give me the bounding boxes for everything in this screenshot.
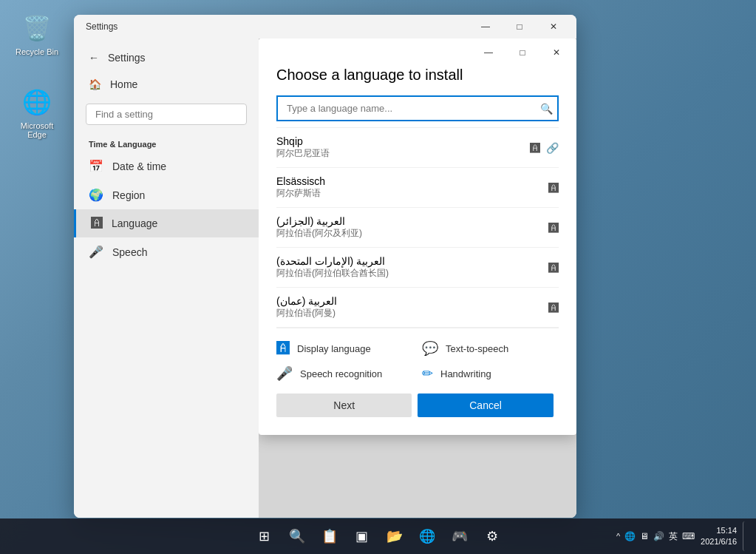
feature-display-language: 🅰 Display language	[276, 340, 413, 357]
sidebar-item-speech[interactable]: 🎤 Speech	[74, 237, 259, 266]
language-list: Shqip 阿尔巴尼亚语 🅰 🔗	[276, 127, 559, 328]
back-icon: ←	[89, 52, 99, 64]
language-install-dialog: — □ ✕ Choose a language to install 🔍	[259, 38, 576, 435]
language-native: 阿拉伯语(阿尔及利亚)	[276, 227, 362, 240]
date-time-icon: 📅	[89, 159, 103, 173]
feature-label: Handwriting	[440, 368, 491, 379]
search-button[interactable]: 🔍	[282, 521, 312, 551]
recycle-bin-icon[interactable]: 🗑️ Recycle Bin	[7, 7, 67, 59]
volume-icon[interactable]: 🔊	[653, 531, 664, 541]
list-item[interactable]: Shqip 阿尔巴尼亚语 🅰 🔗	[276, 128, 559, 168]
language-feature-icons: 🅰 🔗	[530, 142, 559, 154]
text-feature-icon: 🅰	[548, 182, 559, 194]
find-setting-input[interactable]	[86, 104, 247, 125]
maximize-button[interactable]: □	[503, 15, 537, 38]
settings-titlebar: Settings — □ ✕	[74, 15, 576, 38]
sidebar: ← Settings 🏠 Home Time & Language 📅 Date…	[74, 38, 259, 518]
feature-label: Display language	[297, 343, 371, 354]
tts-icon: 💬	[422, 340, 438, 357]
feature-label: Text-to-speech	[446, 343, 508, 354]
language-feature-icons: 🅰	[548, 182, 559, 194]
language-search-box: 🔍	[276, 95, 559, 121]
dialog-close-button[interactable]: ✕	[539, 41, 573, 64]
language-icon: 🅰	[91, 217, 103, 230]
dialog-titlebar: — □ ✕	[259, 38, 576, 67]
language-native: 阿尔萨斯语	[276, 187, 325, 200]
features-grid: 🅰 Display language 💬 Text-to-speech 🎤	[276, 340, 559, 382]
list-item[interactable]: العربية (عمان) 阿拉伯语(阿曼) 🅰	[276, 288, 559, 328]
xbox-button[interactable]: 🎮	[445, 521, 474, 551]
text-feature-icon: 🅰	[548, 302, 559, 314]
cancel-button[interactable]: Cancel	[418, 393, 553, 417]
language-name: العربية (الإمارات المتحدة)	[276, 255, 389, 267]
text-feature-icon: 🅰	[530, 142, 540, 154]
dialog-body: Choose a language to install 🔍 Shqip	[259, 67, 576, 435]
date-display: 2021/6/16	[701, 536, 737, 547]
speech-recognition-icon: 🎤	[276, 365, 293, 382]
dialog-title: Choose a language to install	[276, 67, 559, 84]
settings-body: ← Settings 🏠 Home Time & Language 📅 Date…	[74, 38, 576, 518]
desktop: 🗑️ Recycle Bin 🌐 Microsoft Edge Settings…	[0, 0, 756, 554]
ime-label[interactable]: 英	[669, 530, 678, 543]
next-button[interactable]: Next	[276, 393, 412, 417]
settings-window: Settings — □ ✕ ← Settings 🏠 Home	[74, 15, 576, 518]
sidebar-home[interactable]: 🏠 Home	[74, 71, 259, 98]
feature-handwriting: ✏ Handwriting	[422, 365, 559, 382]
sidebar-item-date-time[interactable]: 📅 Date & time	[74, 152, 259, 180]
dialog-buttons: Next Cancel	[276, 393, 559, 417]
show-desktop-button[interactable]	[743, 521, 747, 551]
sidebar-item-region[interactable]: 🌍 Region	[74, 180, 259, 209]
language-name: العربية (عمان)	[276, 295, 337, 307]
systray: ^ 🌐 🖥 🔊 英 ⌨	[616, 530, 695, 543]
taskbar-center: ⊞ 🔍 📋 ▣ 📂 🌐 🎮 ⚙	[250, 521, 507, 551]
handwriting-icon: ✏	[422, 365, 433, 382]
list-item[interactable]: العربية (الإمارات المتحدة) 阿拉伯语(阿拉伯联合酋长国…	[276, 248, 559, 288]
text-feature-icon: 🅰	[548, 222, 559, 234]
keyboard-icon[interactable]: ⌨	[682, 531, 695, 541]
sidebar-item-language[interactable]: 🅰 Language	[74, 209, 259, 237]
speech-icon: 🎤	[89, 245, 103, 259]
main-content: Language ons Options Remove 🅰 📋 🎤 ✏ abc	[259, 38, 576, 518]
edge-icon[interactable]: 🌐 Microsoft Edge	[7, 81, 67, 142]
feature-label: Speech recognition	[300, 368, 382, 379]
language-search-input[interactable]	[276, 95, 559, 121]
modal-overlay: — □ ✕ Choose a language to install 🔍	[259, 38, 576, 518]
chevron-up-icon[interactable]: ^	[616, 532, 620, 541]
list-item[interactable]: العربية (الجزائر) 阿拉伯语(阿尔及利亚) 🅰	[276, 208, 559, 248]
task-view-button[interactable]: 📋	[315, 521, 344, 551]
search-icon: 🔍	[540, 103, 553, 115]
start-button[interactable]: ⊞	[250, 521, 279, 551]
list-item[interactable]: Elsässisch 阿尔萨斯语 🅰	[276, 168, 559, 208]
time-display: 15:14	[701, 525, 737, 536]
link-feature-icon: 🔗	[546, 142, 559, 154]
language-name: Elsässisch	[276, 175, 325, 187]
feature-text-to-speech: 💬 Text-to-speech	[422, 340, 559, 357]
close-button[interactable]: ✕	[537, 15, 571, 38]
settings-home-label: Settings	[108, 52, 146, 64]
language-feature-icons: 🅰	[548, 302, 559, 314]
language-feature-icons: 🅰	[548, 222, 559, 234]
dialog-minimize-button[interactable]: —	[471, 41, 505, 64]
network-icon[interactable]: 🌐	[624, 531, 636, 541]
edge-taskbar-button[interactable]: 🌐	[412, 521, 442, 551]
language-native: 阿尔巴尼亚语	[276, 147, 330, 160]
feature-speech-recognition: 🎤 Speech recognition	[276, 365, 413, 382]
display-language-icon: 🅰	[276, 341, 290, 357]
sidebar-search-container	[86, 104, 247, 125]
monitor-icon[interactable]: 🖥	[640, 531, 649, 541]
language-native: 阿拉伯语(阿拉伯联合酋长国)	[276, 267, 389, 280]
clock[interactable]: 15:14 2021/6/16	[701, 525, 737, 548]
minimize-button[interactable]: —	[469, 15, 503, 38]
dialog-maximize-button[interactable]: □	[505, 41, 539, 64]
widgets-button[interactable]: ▣	[347, 521, 377, 551]
language-native: 阿拉伯语(阿曼)	[276, 307, 337, 320]
sidebar-back[interactable]: ← Settings	[74, 44, 259, 71]
file-explorer-button[interactable]: 📂	[380, 521, 409, 551]
sidebar-section-title: Time & Language	[74, 131, 259, 152]
region-icon: 🌍	[89, 188, 103, 202]
settings-taskbar-button[interactable]: ⚙	[477, 521, 507, 551]
taskbar: ⊞ 🔍 📋 ▣ 📂 🌐 🎮 ⚙ ^ 🌐 🖥 🔊 英 ⌨ 15:14 2021/6…	[0, 518, 756, 554]
language-name: Shqip	[276, 135, 330, 147]
features-section: 🅰 Display language 💬 Text-to-speech 🎤	[276, 328, 559, 417]
taskbar-right: ^ 🌐 🖥 🔊 英 ⌨ 15:14 2021/6/16	[616, 521, 747, 551]
